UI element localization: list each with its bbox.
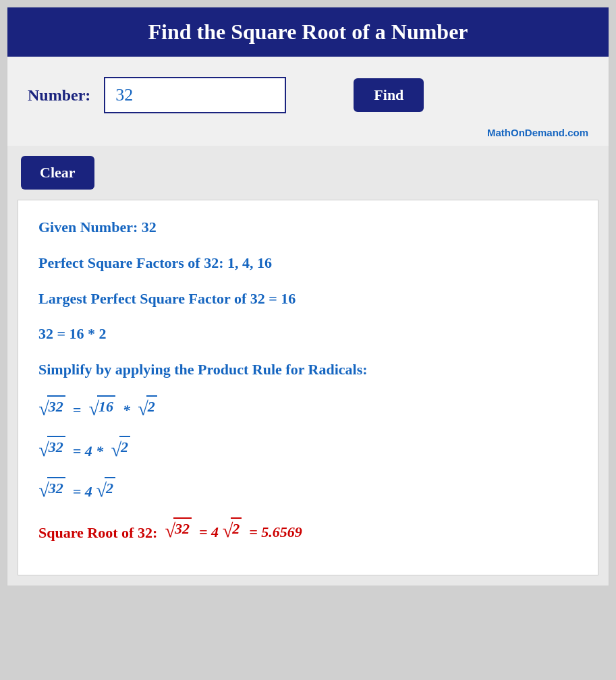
result-simplify-label: Simplify by applying the Product Rule fo…	[38, 360, 578, 380]
number-label-text: Number:	[28, 86, 90, 104]
math-final: √32 = 4 √2 = 5.6569	[165, 523, 302, 540]
radical-2-final: √2	[222, 517, 242, 540]
radical-32-final: √32	[165, 517, 192, 540]
find-button-label: Find	[374, 86, 403, 103]
result-perfect-square-factors: Perfect Square Factors of 32: 1, 4, 16	[38, 253, 578, 274]
radical-32c: √32	[38, 477, 65, 499]
branding-text: MathOnDemand.com	[487, 127, 588, 138]
result-final: Square Root of 32: √32 = 4 √2 = 5.6569	[38, 517, 578, 543]
results-section: Given Number: 32 Perfect Square Factors …	[18, 200, 598, 575]
math-step3: √32 = 4 √2	[38, 483, 115, 500]
radical-2b: √2	[111, 436, 130, 458]
result-step1: √32 = √16 * √2	[38, 395, 578, 421]
result-step2: √32 = 4 * √2	[38, 436, 578, 461]
header-title: Find the Square Root of a Number	[148, 20, 468, 44]
clear-button[interactable]: Clear	[21, 156, 94, 190]
result-given-number: Given Number: 32	[38, 217, 578, 238]
result-step3: √32 = 4 √2	[38, 477, 578, 503]
final-label: Square Root of 32:	[38, 523, 161, 540]
input-section: Number: Find	[7, 57, 609, 127]
number-input[interactable]	[104, 77, 286, 113]
result-largest-factor: Largest Perfect Square Factor of 32 = 16	[38, 289, 578, 310]
page-title: Find the Square Root of a Number	[7, 7, 609, 57]
radical-2a: √2	[138, 395, 157, 418]
result-factorization: 32 = 16 * 2	[38, 324, 578, 345]
app-container: Find the Square Root of a Number Number:…	[7, 7, 609, 586]
find-button[interactable]: Find	[354, 78, 424, 112]
radical-32b: √32	[38, 436, 65, 458]
radical-2c: √2	[96, 477, 115, 499]
math-step1: √32 = √16 * √2	[38, 401, 157, 418]
clear-button-label: Clear	[40, 164, 76, 181]
branding-row: MathOnDemand.com	[7, 127, 609, 146]
clear-row: Clear	[7, 146, 609, 200]
math-step2: √32 = 4 * √2	[38, 443, 130, 459]
radical-16: √16	[88, 395, 115, 418]
number-label: Number:	[28, 86, 90, 105]
radical-32: √32	[38, 395, 65, 418]
